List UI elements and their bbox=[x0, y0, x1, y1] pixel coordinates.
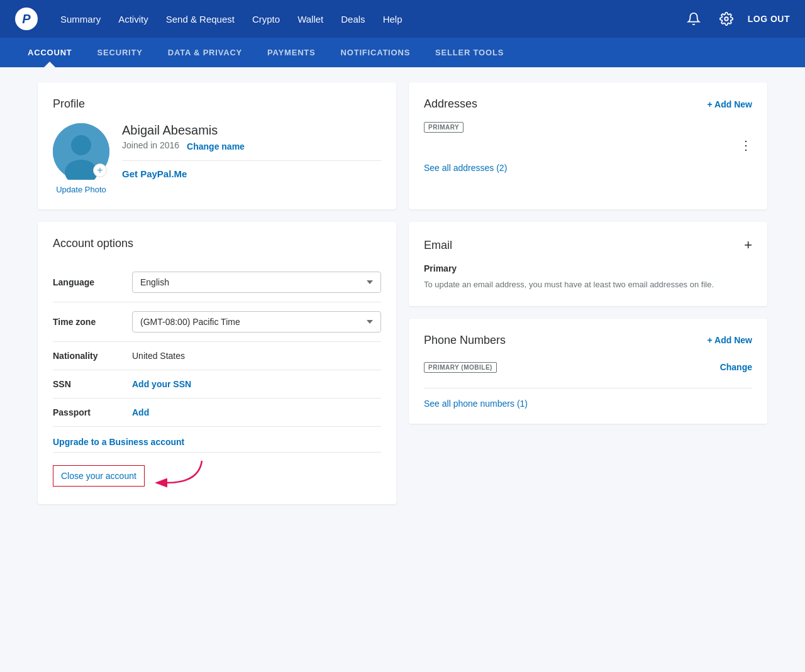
nav-send-request[interactable]: Send & Request bbox=[158, 9, 242, 30]
address-primary-badge: PRIMARY bbox=[424, 122, 464, 133]
address-primary-row: PRIMARY bbox=[424, 121, 752, 133]
add-address-link[interactable]: + Add New bbox=[708, 99, 752, 109]
change-phone-link[interactable]: Change bbox=[720, 362, 752, 372]
profile-joined: Joined in 2016 bbox=[122, 140, 179, 150]
close-account-arrow-icon bbox=[155, 458, 205, 489]
profile-name: Abigail Abesamis bbox=[122, 123, 381, 138]
nationality-row: Nationality United States bbox=[53, 342, 381, 370]
close-account-wrapper: Close your account bbox=[53, 458, 381, 489]
subnav-payments[interactable]: PAYMENTS bbox=[255, 38, 328, 67]
phone-header: Phone Numbers + Add New bbox=[424, 334, 752, 347]
account-options-title: Account options bbox=[53, 237, 381, 250]
timezone-label: Time zone bbox=[53, 317, 122, 327]
main-content: Profile + Update Photo Abigail Abesamis … bbox=[25, 67, 780, 519]
addresses-card: Addresses + Add New PRIMARY ⋮ See all ad… bbox=[409, 82, 767, 209]
email-primary-label: Primary bbox=[424, 263, 752, 273]
passport-label: Passport bbox=[53, 407, 122, 417]
language-row: Language English Spanish French bbox=[53, 263, 381, 302]
account-options-card: Account options Language English Spanish… bbox=[38, 222, 396, 504]
profile-section-title: Profile bbox=[53, 97, 381, 111]
profile-info: + Update Photo Abigail Abesamis Joined i… bbox=[53, 123, 381, 194]
logo-letter: P bbox=[22, 12, 30, 26]
timezone-select[interactable]: (GMT-08:00) Pacific Time (GMT-05:00) Eas… bbox=[132, 311, 381, 333]
add-email-button[interactable]: + bbox=[744, 237, 752, 253]
notifications-bell-button[interactable] bbox=[682, 8, 705, 30]
nav-help[interactable]: Help bbox=[375, 9, 410, 30]
add-ssn-link[interactable]: Add your SSN bbox=[132, 379, 191, 389]
nav-summary[interactable]: Summary bbox=[53, 9, 108, 30]
phone-primary-badge: PRIMARY (MOBILE) bbox=[424, 362, 497, 373]
add-phone-link[interactable]: + Add New bbox=[708, 335, 752, 345]
address-menu-dots[interactable]: ⋮ bbox=[424, 138, 752, 153]
nav-deals[interactable]: Deals bbox=[333, 9, 372, 30]
ssn-label: SSN bbox=[53, 379, 122, 389]
email-header: Email + bbox=[424, 237, 752, 253]
top-nav-right: LOG OUT bbox=[682, 8, 790, 30]
see-all-phones-link[interactable]: See all phone numbers (1) bbox=[424, 399, 752, 409]
change-name-link[interactable]: Change name bbox=[187, 141, 245, 151]
update-photo-link[interactable]: Update Photo bbox=[56, 185, 106, 194]
see-all-addresses-link[interactable]: See all addresses (2) bbox=[424, 163, 752, 173]
right-column: Email + Primary To update an email addre… bbox=[409, 222, 767, 504]
upgrade-business-link[interactable]: Upgrade to a Business account bbox=[53, 427, 381, 452]
avatar-plus-icon[interactable]: + bbox=[93, 163, 107, 177]
sub-nav: ACCOUNT SECURITY DATA & PRIVACY PAYMENTS… bbox=[0, 38, 805, 67]
email-title: Email bbox=[424, 239, 452, 252]
paypal-logo[interactable]: P bbox=[15, 8, 38, 30]
settings-gear-button[interactable] bbox=[715, 8, 738, 30]
avatar: + bbox=[53, 123, 109, 180]
nav-wallet[interactable]: Wallet bbox=[290, 9, 331, 30]
avatar-container: + Update Photo bbox=[53, 123, 109, 194]
nav-crypto[interactable]: Crypto bbox=[245, 9, 287, 30]
add-passport-link[interactable]: Add bbox=[132, 407, 149, 417]
subnav-seller-tools[interactable]: SELLER TOOLS bbox=[423, 38, 516, 67]
phone-numbers-card: Phone Numbers + Add New PRIMARY (MOBILE)… bbox=[409, 319, 767, 424]
phone-title: Phone Numbers bbox=[424, 334, 506, 347]
close-account-button[interactable]: Close your account bbox=[53, 465, 145, 487]
addresses-title: Addresses bbox=[424, 97, 477, 111]
email-card: Email + Primary To update an email addre… bbox=[409, 222, 767, 306]
passport-row: Passport Add bbox=[53, 399, 381, 427]
addresses-header: Addresses + Add New bbox=[424, 97, 752, 111]
top-nav-links: Summary Activity Send & Request Crypto W… bbox=[53, 9, 682, 30]
top-nav: P Summary Activity Send & Request Crypto… bbox=[0, 0, 805, 38]
timezone-row: Time zone (GMT-08:00) Pacific Time (GMT-… bbox=[53, 302, 381, 342]
upgrade-divider bbox=[53, 452, 381, 453]
subnav-account[interactable]: ACCOUNT bbox=[15, 38, 85, 67]
logout-button[interactable]: LOG OUT bbox=[748, 14, 790, 24]
profile-details: Abigail Abesamis Joined in 2016 Change n… bbox=[122, 123, 381, 180]
get-paypalme-link[interactable]: Get PayPal.Me bbox=[122, 168, 187, 179]
language-label: Language bbox=[53, 277, 122, 287]
ssn-row: SSN Add your SSN bbox=[53, 370, 381, 399]
svg-point-2 bbox=[71, 135, 91, 155]
subnav-data-privacy[interactable]: DATA & PRIVACY bbox=[155, 38, 255, 67]
nav-activity[interactable]: Activity bbox=[111, 9, 156, 30]
profile-divider bbox=[122, 160, 381, 161]
language-select[interactable]: English Spanish French bbox=[132, 272, 381, 293]
nationality-label: Nationality bbox=[53, 351, 122, 361]
email-note-text: To update an email address, you must hav… bbox=[424, 278, 752, 291]
phone-primary-row: PRIMARY (MOBILE) Change bbox=[424, 357, 752, 378]
subnav-security[interactable]: SECURITY bbox=[85, 38, 155, 67]
svg-point-0 bbox=[724, 17, 728, 21]
profile-card: Profile + Update Photo Abigail Abesamis … bbox=[38, 82, 396, 209]
subnav-notifications[interactable]: NOTIFICATIONS bbox=[328, 38, 423, 67]
nationality-value: United States bbox=[132, 351, 185, 361]
phone-divider bbox=[424, 388, 752, 388]
